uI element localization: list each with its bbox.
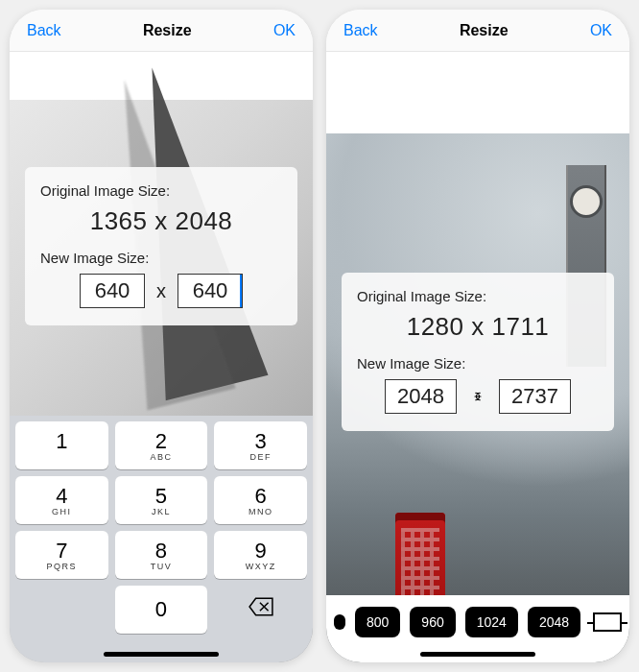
original-size-label: Original Image Size: <box>40 182 282 199</box>
key-7[interactable]: 7PQRS <box>15 531 108 579</box>
content-area: Original Image Size: 1365 x 2048 New Ima… <box>10 52 313 662</box>
key-4[interactable]: 4GHI <box>15 476 108 524</box>
content-area: Original Image Size: 1280 x 1711 New Ima… <box>326 52 629 662</box>
resize-card: Original Image Size: 1280 x 1711 New Ima… <box>342 273 614 431</box>
preset-chip[interactable]: 1024 <box>465 607 518 637</box>
backspace-icon <box>248 597 273 622</box>
preset-chip[interactable]: 960 <box>410 607 455 637</box>
height-input[interactable]: 640 <box>178 274 243 308</box>
back-button[interactable]: Back <box>343 22 378 39</box>
original-size-value: 1365 x 2048 <box>40 199 282 250</box>
key-1[interactable]: 1 <box>15 421 108 469</box>
key-2[interactable]: 2ABC <box>115 421 208 469</box>
phone-right: Back Resize OK Original Image Size: 1280… <box>326 10 629 662</box>
original-size-value: 1280 x 1711 <box>357 304 599 355</box>
numeric-keypad: 1 2ABC 3DEF 4GHI 5JKL 6MNO 7PQRS 8TUV 9W… <box>10 416 313 662</box>
clock-face <box>570 185 603 218</box>
width-input[interactable]: 640 <box>80 274 145 308</box>
height-input[interactable]: 2737 <box>499 379 571 414</box>
key-3[interactable]: 3DEF <box>214 421 307 469</box>
preset-chip-partial[interactable] <box>334 614 345 630</box>
preset-chip[interactable]: 2048 <box>528 607 580 637</box>
page-title: Resize <box>143 22 192 39</box>
preset-chip[interactable]: 800 <box>355 607 400 637</box>
key-blank <box>15 586 108 634</box>
aspect-ratio-icon[interactable] <box>593 612 622 632</box>
key-8[interactable]: 8TUV <box>115 531 208 579</box>
width-input[interactable]: 2048 <box>385 379 457 414</box>
new-size-label: New Image Size: <box>40 250 282 266</box>
dimension-separator: x <box>156 280 166 302</box>
key-0[interactable]: 0 <box>115 586 208 634</box>
ok-button[interactable]: OK <box>273 22 296 39</box>
navbar: Back Resize OK <box>326 10 629 52</box>
new-size-inputs: 2048 2737 <box>357 379 599 414</box>
page-title: Resize <box>460 22 509 39</box>
resize-card: Original Image Size: 1365 x 2048 New Ima… <box>25 167 297 325</box>
original-size-label: Original Image Size: <box>357 288 599 304</box>
navbar: Back Resize OK <box>10 10 313 52</box>
home-indicator <box>104 652 219 657</box>
new-size-inputs: 640 x 640 <box>40 274 282 308</box>
key-backspace[interactable] <box>214 586 307 634</box>
key-9[interactable]: 9WXYZ <box>214 531 307 579</box>
key-6[interactable]: 6MNO <box>214 476 307 524</box>
link-aspect-icon[interactable] <box>468 387 487 406</box>
new-size-label: New Image Size: <box>357 355 599 372</box>
key-5[interactable]: 5JKL <box>115 476 208 524</box>
ok-button[interactable]: OK <box>590 22 612 39</box>
phone-left: Back Resize OK Original Image Size: 1365… <box>10 10 313 662</box>
home-indicator <box>420 652 535 657</box>
back-button[interactable]: Back <box>27 22 61 39</box>
